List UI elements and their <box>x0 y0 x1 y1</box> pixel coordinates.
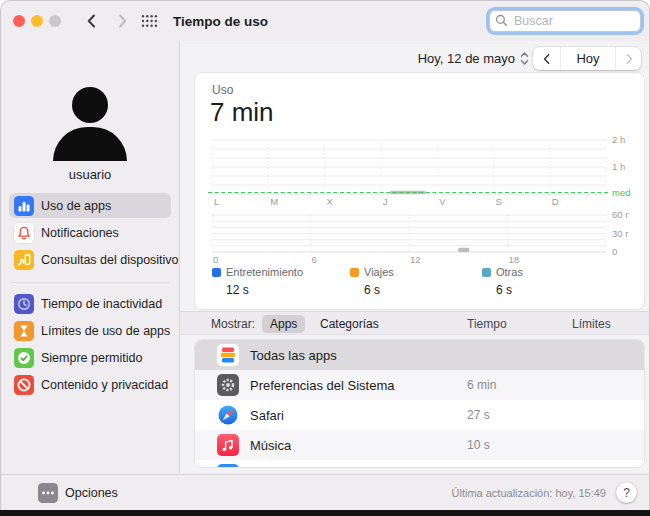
footer-bar: Opciones Última actualización: hoy, 15:4… <box>1 474 650 510</box>
minimize-window-button[interactable] <box>31 15 43 27</box>
sidebar-group-divider <box>11 282 169 283</box>
sidebar-item-downtime[interactable]: Tiempo de inactividad <box>9 291 171 316</box>
notifications-icon <box>14 223 34 243</box>
app-name: Preferencias del Sistema <box>250 378 395 393</box>
sidebar-item-label: Notificaciones <box>41 226 119 240</box>
music-icon <box>217 434 239 456</box>
downtime-icon <box>14 294 34 314</box>
sidebar-item-app-limits[interactable]: Límites de uso de apps <box>9 318 171 343</box>
svg-text:X: X <box>327 196 334 207</box>
show-label: Mostrar: <box>211 317 255 331</box>
svg-text:2 h: 2 h <box>612 134 625 145</box>
app-time: 27 s <box>467 408 490 422</box>
legend-label: Entretenimiento <box>226 266 303 278</box>
always-allowed-icon <box>14 348 34 368</box>
legend-value: 12 s <box>226 283 249 297</box>
help-button[interactable]: ? <box>616 482 637 503</box>
svg-text:L: L <box>214 196 219 207</box>
music-icon <box>217 434 239 456</box>
app-row[interactable]: Todas las apps <box>195 340 644 370</box>
svg-text:1 h: 1 h <box>612 161 625 172</box>
date-range-popup[interactable]: Hoy, 12 de mayo <box>418 51 515 66</box>
chevron-left-icon <box>541 53 553 65</box>
legend-value: 6 s <box>496 283 512 297</box>
apps-grid-icon[interactable] <box>141 14 158 28</box>
limits-column-header: Límites <box>572 317 611 331</box>
legend-value: 6 s <box>364 283 380 297</box>
sidebar-item-app-usage[interactable]: Uso de apps <box>9 193 171 218</box>
window-title: Tiempo de uso <box>173 14 268 29</box>
sidebar: usuario Uso de appsNotificacionesConsult… <box>1 41 179 474</box>
app-name: Safari <box>250 408 284 423</box>
usage-card: Uso 7 min 2 h1 hmedLMXJVSD60 r30 r006121… <box>194 72 645 310</box>
svg-text:D: D <box>552 196 559 207</box>
svg-text:18: 18 <box>509 254 520 265</box>
legend-swatch <box>212 268 221 277</box>
app-limits-icon <box>14 321 34 341</box>
app-time: 6 min <box>467 378 496 392</box>
user-name: usuario <box>1 167 179 182</box>
sidebar-item-notifications[interactable]: Notificaciones <box>9 220 171 245</box>
sidebar-item-always-allowed[interactable]: Siempre permitido <box>9 345 171 370</box>
options-button[interactable]: Opciones <box>65 486 118 500</box>
sidebar-item-label: Uso de apps <box>41 199 111 213</box>
date-stepper-icon[interactable] <box>520 51 529 66</box>
sidebar-item-label: Contenido y privacidad <box>41 378 168 392</box>
filter-option-categorías[interactable]: Categorías <box>312 315 387 333</box>
zoom-window-button[interactable] <box>49 15 61 27</box>
svg-text:30 r: 30 r <box>612 228 628 239</box>
pickups-icon <box>14 250 34 270</box>
app-row[interactable]: Preferencias del Sistema6 min <box>195 370 644 400</box>
svg-text:0: 0 <box>612 246 617 257</box>
forward-icon[interactable] <box>113 12 131 30</box>
safari-icon <box>217 404 239 426</box>
all-apps-icon <box>217 344 239 366</box>
legend-label: Viajes <box>364 266 394 278</box>
main-content: Hoy, 12 de mayo Hoy Uso 7 min 2 h1 hmedL… <box>180 41 650 474</box>
svg-text:6: 6 <box>312 254 317 265</box>
sidebar-item-pickups[interactable]: Consultas del dispositivo <box>9 247 171 272</box>
last-updated-status: Última actualización: hoy, 15:49 <box>452 487 607 499</box>
app-name: Todas las apps <box>250 348 337 363</box>
system-preferences-icon <box>217 374 239 396</box>
legend-swatch <box>350 268 359 277</box>
app-row[interactable]: Safari27 s <box>195 400 644 430</box>
back-icon[interactable] <box>83 12 101 30</box>
svg-text:M: M <box>270 196 278 207</box>
filter-option-apps[interactable]: Apps <box>262 315 305 333</box>
app-limits-icon <box>14 321 34 341</box>
options-icon[interactable] <box>38 483 58 503</box>
content-privacy-icon <box>14 375 34 395</box>
titlebar: Tiempo de uso <box>1 1 650 41</box>
app-usage-list: Todas las appsPreferencias del Sistema6 … <box>194 339 645 468</box>
notifications-icon <box>14 223 34 243</box>
app-row[interactable]: Música10 s <box>195 430 644 460</box>
ellipsis-icon <box>38 483 58 503</box>
app-time: 10 s <box>467 438 490 452</box>
date-navigation-segmented-control: Hoy <box>533 47 641 70</box>
sidebar-item-content-privacy[interactable]: Contenido y privacidad <box>9 372 171 397</box>
next-day-button[interactable] <box>616 47 641 70</box>
today-button[interactable]: Hoy <box>561 47 616 70</box>
avatar-body <box>53 127 127 161</box>
screen-time-window: Tiempo de uso usuario Uso de appsNotific… <box>0 0 650 510</box>
legend-swatch <box>482 268 491 277</box>
all-apps-icon <box>217 344 239 366</box>
system-preferences-icon <box>217 374 239 396</box>
search-input[interactable] <box>489 10 641 32</box>
filter-bar: Mostrar: AppsCategorías Tiempo Límites <box>180 311 650 335</box>
svg-text:S: S <box>495 196 501 207</box>
sidebar-item-label: Siempre permitido <box>41 351 142 365</box>
sidebar-item-label: Límites de uso de apps <box>41 324 170 338</box>
screen-bottom-edge <box>0 510 650 516</box>
safari-icon <box>217 404 239 426</box>
close-window-button[interactable] <box>13 15 25 27</box>
content-privacy-icon <box>14 375 34 395</box>
partial-app-icon <box>217 464 239 468</box>
previous-day-button[interactable] <box>533 47 561 70</box>
pickups-icon <box>14 250 34 270</box>
always-allowed-icon <box>14 348 34 368</box>
sidebar-item-label: Consultas del dispositivo <box>41 253 179 267</box>
svg-text:med: med <box>612 187 630 198</box>
app-row-partial[interactable] <box>195 460 644 468</box>
